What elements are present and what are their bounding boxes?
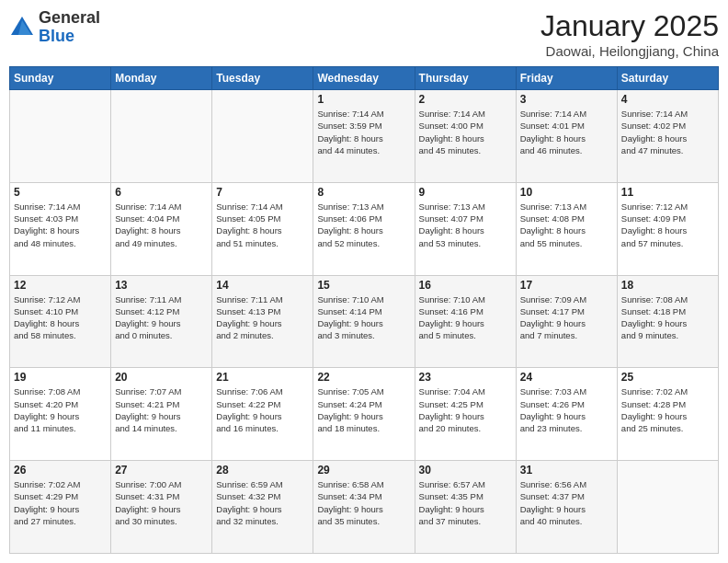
cell-content: Sunrise: 7:13 AMSunset: 4:08 PMDaylight:…: [520, 201, 613, 249]
day-number: 22: [317, 371, 410, 384]
cell-content: Sunrise: 7:08 AMSunset: 4:18 PMDaylight:…: [621, 293, 714, 342]
calendar-week-1: 1Sunrise: 7:14 AMSunset: 3:59 PMDaylight…: [10, 90, 719, 183]
calendar-cell: 11Sunrise: 7:12 AMSunset: 4:09 PMDayligh…: [617, 182, 718, 275]
calendar-header-row: SundayMondayTuesdayWednesdayThursdayFrid…: [10, 67, 719, 90]
cell-content: Sunrise: 7:14 AMSunset: 3:59 PMDaylight:…: [317, 108, 410, 156]
calendar-cell: 5Sunrise: 7:14 AMSunset: 4:03 PMDaylight…: [10, 182, 111, 275]
calendar-cell: 24Sunrise: 7:03 AMSunset: 4:26 PMDayligh…: [516, 368, 617, 461]
calendar-cell: 20Sunrise: 7:07 AMSunset: 4:21 PMDayligh…: [111, 368, 212, 461]
day-number: 12: [14, 279, 107, 292]
cell-content: Sunrise: 6:57 AMSunset: 4:35 PMDaylight:…: [419, 478, 512, 527]
day-header-friday: Friday: [516, 67, 617, 90]
day-header-monday: Monday: [111, 67, 212, 90]
day-number: 9: [419, 186, 512, 199]
calendar-cell: 22Sunrise: 7:05 AMSunset: 4:24 PMDayligh…: [313, 368, 415, 461]
cell-content: Sunrise: 7:10 AMSunset: 4:16 PMDaylight:…: [419, 293, 512, 342]
calendar-cell: 2Sunrise: 7:14 AMSunset: 4:00 PMDaylight…: [415, 90, 516, 183]
calendar-cell: 8Sunrise: 7:13 AMSunset: 4:06 PMDaylight…: [313, 182, 415, 275]
calendar-cell: 25Sunrise: 7:02 AMSunset: 4:28 PMDayligh…: [617, 368, 718, 461]
cell-content: Sunrise: 7:14 AMSunset: 4:05 PMDaylight:…: [216, 201, 309, 249]
day-number: 24: [520, 371, 613, 384]
calendar-table: SundayMondayTuesdayWednesdayThursdayFrid…: [9, 66, 719, 554]
day-number: 17: [520, 279, 613, 292]
day-header-thursday: Thursday: [415, 67, 516, 90]
day-number: 31: [520, 464, 613, 477]
day-number: 19: [14, 371, 107, 384]
day-number: 13: [115, 279, 208, 292]
cell-content: Sunrise: 6:59 AMSunset: 4:32 PMDaylight:…: [216, 478, 309, 527]
cell-content: Sunrise: 6:56 AMSunset: 4:37 PMDaylight:…: [520, 478, 613, 527]
cell-content: Sunrise: 7:11 AMSunset: 4:13 PMDaylight:…: [216, 293, 309, 342]
calendar-cell: 23Sunrise: 7:04 AMSunset: 4:25 PMDayligh…: [415, 368, 516, 461]
calendar-cell: 9Sunrise: 7:13 AMSunset: 4:07 PMDaylight…: [415, 182, 516, 275]
day-number: 23: [419, 371, 512, 384]
calendar-cell: 16Sunrise: 7:10 AMSunset: 4:16 PMDayligh…: [415, 275, 516, 368]
calendar-week-2: 5Sunrise: 7:14 AMSunset: 4:03 PMDaylight…: [10, 182, 719, 275]
calendar-cell: 10Sunrise: 7:13 AMSunset: 4:08 PMDayligh…: [516, 182, 617, 275]
month-title: January 2025: [540, 9, 719, 43]
day-header-wednesday: Wednesday: [313, 67, 415, 90]
day-number: 28: [216, 464, 309, 477]
location: Daowai, Heilongjiang, China: [540, 43, 719, 59]
day-number: 11: [621, 186, 714, 199]
day-number: 26: [14, 464, 107, 477]
cell-content: Sunrise: 7:05 AMSunset: 4:24 PMDaylight:…: [317, 385, 410, 434]
logo-text: General Blue: [39, 9, 100, 46]
cell-content: Sunrise: 7:13 AMSunset: 4:07 PMDaylight:…: [419, 201, 512, 249]
day-header-sunday: Sunday: [10, 67, 111, 90]
day-number: 15: [317, 279, 410, 292]
logo: General Blue: [9, 9, 100, 46]
header: General Blue January 2025 Daowai, Heilon…: [9, 9, 719, 59]
calendar-body: 1Sunrise: 7:14 AMSunset: 3:59 PMDaylight…: [10, 90, 719, 554]
cell-content: Sunrise: 6:58 AMSunset: 4:34 PMDaylight:…: [317, 478, 410, 527]
cell-content: Sunrise: 7:14 AMSunset: 4:04 PMDaylight:…: [115, 201, 208, 249]
calendar-cell: 17Sunrise: 7:09 AMSunset: 4:17 PMDayligh…: [516, 275, 617, 368]
cell-content: Sunrise: 7:12 AMSunset: 4:10 PMDaylight:…: [14, 293, 107, 342]
calendar-cell: 21Sunrise: 7:06 AMSunset: 4:22 PMDayligh…: [212, 368, 313, 461]
day-header-saturday: Saturday: [617, 67, 718, 90]
logo-icon: [9, 15, 35, 40]
calendar-cell: 19Sunrise: 7:08 AMSunset: 4:20 PMDayligh…: [10, 368, 111, 461]
calendar-week-3: 12Sunrise: 7:12 AMSunset: 4:10 PMDayligh…: [10, 275, 719, 368]
calendar-cell: 15Sunrise: 7:10 AMSunset: 4:14 PMDayligh…: [313, 275, 415, 368]
cell-content: Sunrise: 7:02 AMSunset: 4:28 PMDaylight:…: [621, 385, 714, 434]
logo-general: General: [39, 8, 100, 27]
day-number: 2: [419, 93, 512, 106]
calendar-cell: 18Sunrise: 7:08 AMSunset: 4:18 PMDayligh…: [617, 275, 718, 368]
cell-content: Sunrise: 7:00 AMSunset: 4:31 PMDaylight:…: [115, 478, 208, 527]
cell-content: Sunrise: 7:14 AMSunset: 4:00 PMDaylight:…: [419, 108, 512, 156]
cell-content: Sunrise: 7:03 AMSunset: 4:26 PMDaylight:…: [520, 385, 613, 434]
cell-content: Sunrise: 7:14 AMSunset: 4:02 PMDaylight:…: [621, 108, 714, 156]
calendar-cell: 1Sunrise: 7:14 AMSunset: 3:59 PMDaylight…: [313, 90, 415, 183]
title-section: January 2025 Daowai, Heilongjiang, China: [540, 9, 719, 59]
cell-content: Sunrise: 7:10 AMSunset: 4:14 PMDaylight:…: [317, 293, 410, 342]
calendar-week-4: 19Sunrise: 7:08 AMSunset: 4:20 PMDayligh…: [10, 368, 719, 461]
day-number: 29: [317, 464, 410, 477]
day-number: 18: [621, 279, 714, 292]
calendar-cell: 4Sunrise: 7:14 AMSunset: 4:02 PMDaylight…: [617, 90, 718, 183]
cell-content: Sunrise: 7:07 AMSunset: 4:21 PMDaylight:…: [115, 385, 208, 434]
day-number: 5: [14, 186, 107, 199]
day-number: 20: [115, 371, 208, 384]
calendar-cell: 30Sunrise: 6:57 AMSunset: 4:35 PMDayligh…: [415, 461, 516, 554]
calendar-cell: 31Sunrise: 6:56 AMSunset: 4:37 PMDayligh…: [516, 461, 617, 554]
calendar-cell: 13Sunrise: 7:11 AMSunset: 4:12 PMDayligh…: [111, 275, 212, 368]
day-number: 25: [621, 371, 714, 384]
cell-content: Sunrise: 7:04 AMSunset: 4:25 PMDaylight:…: [419, 385, 512, 434]
day-number: 8: [317, 186, 410, 199]
calendar-cell: 14Sunrise: 7:11 AMSunset: 4:13 PMDayligh…: [212, 275, 313, 368]
day-header-tuesday: Tuesday: [212, 67, 313, 90]
cell-content: Sunrise: 7:06 AMSunset: 4:22 PMDaylight:…: [216, 385, 309, 434]
day-number: 30: [419, 464, 512, 477]
calendar-cell: 12Sunrise: 7:12 AMSunset: 4:10 PMDayligh…: [10, 275, 111, 368]
calendar-cell: 26Sunrise: 7:02 AMSunset: 4:29 PMDayligh…: [10, 461, 111, 554]
calendar-cell: [617, 461, 718, 554]
logo-blue: Blue: [39, 27, 74, 45]
calendar-cell: 3Sunrise: 7:14 AMSunset: 4:01 PMDaylight…: [516, 90, 617, 183]
cell-content: Sunrise: 7:02 AMSunset: 4:29 PMDaylight:…: [14, 478, 107, 527]
cell-content: Sunrise: 7:09 AMSunset: 4:17 PMDaylight:…: [520, 293, 613, 342]
day-number: 16: [419, 279, 512, 292]
calendar-cell: 7Sunrise: 7:14 AMSunset: 4:05 PMDaylight…: [212, 182, 313, 275]
calendar-cell: 29Sunrise: 6:58 AMSunset: 4:34 PMDayligh…: [313, 461, 415, 554]
calendar-cell: [10, 90, 111, 183]
